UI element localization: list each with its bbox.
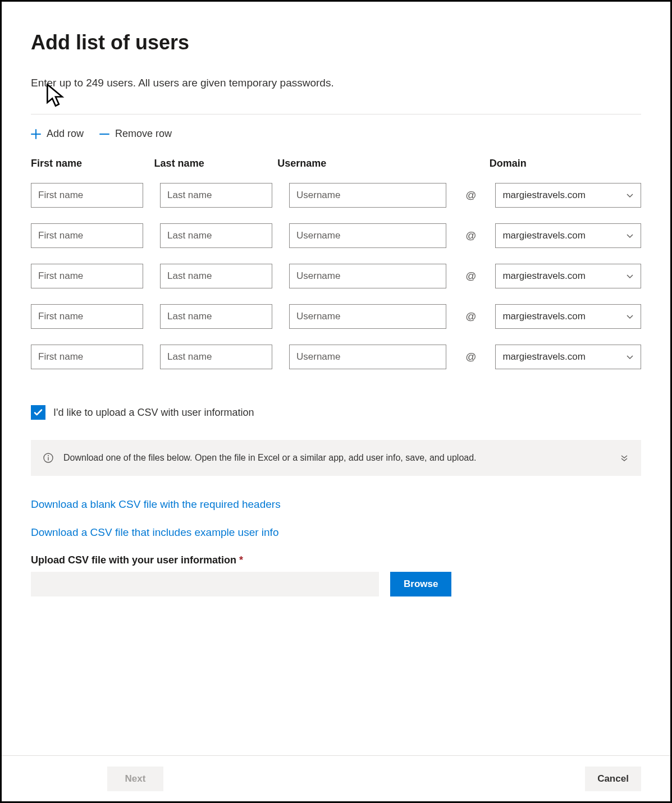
table-row: @ margiestravels.com (31, 183, 641, 208)
domain-select[interactable]: margiestravels.com (495, 183, 641, 208)
add-row-button[interactable]: Add row (31, 126, 84, 142)
username-field[interactable] (289, 264, 446, 288)
first-name-field[interactable] (31, 223, 143, 248)
required-indicator: * (239, 554, 243, 566)
browse-button[interactable]: Browse (390, 572, 451, 596)
first-name-field[interactable] (31, 345, 143, 369)
download-example-csv-link[interactable]: Download a CSV file that includes exampl… (31, 526, 641, 539)
svg-rect-2 (48, 457, 48, 461)
footer: Next Cancel (2, 755, 670, 801)
domain-select[interactable]: margiestravels.com (495, 264, 641, 288)
next-button[interactable]: Next (107, 767, 163, 791)
table-row: @ margiestravels.com (31, 223, 641, 248)
table-row: @ margiestravels.com (31, 345, 641, 369)
table-row: @ margiestravels.com (31, 264, 641, 288)
page-title: Add list of users (31, 31, 641, 54)
domain-select-value: margiestravels.com (502, 270, 585, 282)
user-rows: @ margiestravels.com @ margiestravels.co… (31, 183, 641, 369)
at-symbol: @ (463, 351, 478, 363)
plus-icon (31, 129, 41, 139)
upload-csv-label: I'd like to upload a CSV with user infor… (53, 407, 254, 419)
column-header-first-name: First name (31, 158, 138, 169)
csv-file-field[interactable] (31, 572, 379, 596)
chevron-down-icon (626, 191, 634, 199)
last-name-field[interactable] (160, 264, 272, 288)
first-name-field[interactable] (31, 304, 143, 329)
domain-select[interactable]: margiestravels.com (495, 304, 641, 329)
checkmark-icon (33, 407, 43, 417)
page-subtitle: Enter up to 249 users. All users are giv… (31, 77, 641, 89)
minus-icon (99, 129, 109, 139)
domain-select-value: margiestravels.com (502, 351, 585, 363)
domain-select[interactable]: margiestravels.com (495, 223, 641, 248)
first-name-field[interactable] (31, 183, 143, 208)
chevron-down-icon (626, 353, 634, 361)
chevron-down-icon (626, 232, 634, 240)
at-symbol: @ (463, 230, 478, 242)
last-name-field[interactable] (160, 304, 272, 329)
first-name-field[interactable] (31, 264, 143, 288)
add-row-label: Add row (47, 128, 84, 140)
last-name-field[interactable] (160, 183, 272, 208)
column-header-last-name: Last name (154, 158, 261, 169)
column-header-domain: Domain (490, 158, 641, 169)
username-field[interactable] (289, 304, 446, 329)
info-banner[interactable]: Download one of the files below. Open th… (31, 440, 641, 476)
domain-select-value: margiestravels.com (502, 311, 585, 322)
username-field[interactable] (289, 223, 446, 248)
last-name-field[interactable] (160, 345, 272, 369)
divider (31, 114, 641, 114)
domain-select[interactable]: margiestravels.com (495, 345, 641, 369)
chevron-down-icon (626, 313, 634, 320)
grid-headers: First name Last name Username @ Domain (31, 158, 641, 169)
column-header-username: Username (277, 158, 440, 169)
upload-csv-label-text: Upload CSV file with your user informati… (31, 554, 641, 566)
info-icon (43, 453, 53, 463)
username-field[interactable] (289, 345, 446, 369)
remove-row-button[interactable]: Remove row (99, 126, 172, 142)
info-banner-text: Download one of the files below. Open th… (63, 453, 610, 463)
download-blank-csv-link[interactable]: Download a blank CSV file with the requi… (31, 498, 641, 511)
remove-row-label: Remove row (115, 128, 172, 140)
table-row: @ margiestravels.com (31, 304, 641, 329)
chevron-down-icon (626, 272, 634, 280)
last-name-field[interactable] (160, 223, 272, 248)
domain-select-value: margiestravels.com (502, 190, 585, 201)
at-symbol: @ (463, 189, 478, 201)
at-symbol: @ (463, 270, 478, 282)
at-symbol: @ (463, 310, 478, 323)
chevron-down-double-icon (620, 453, 629, 462)
domain-select-value: margiestravels.com (502, 230, 585, 241)
svg-point-1 (48, 455, 49, 456)
cancel-button[interactable]: Cancel (585, 767, 641, 791)
upload-csv-checkbox[interactable] (31, 405, 45, 420)
username-field[interactable] (289, 183, 446, 208)
